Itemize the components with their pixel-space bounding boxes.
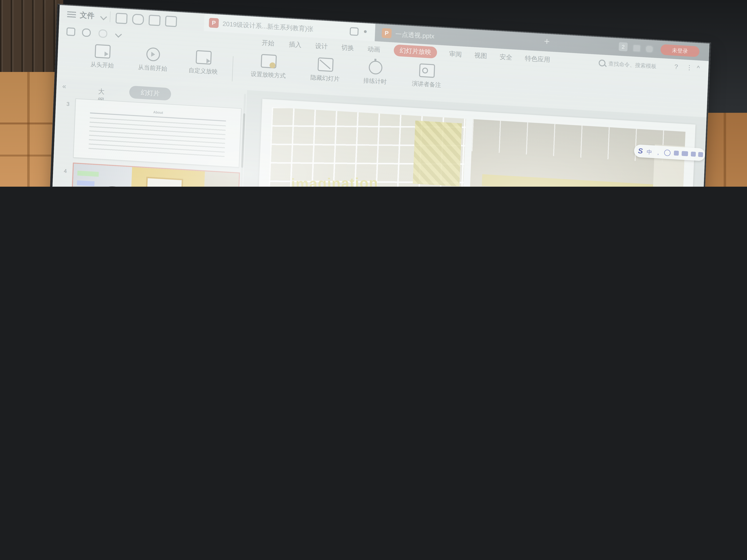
unsaved-dot: ●	[363, 27, 367, 35]
thumb-text-lines	[88, 117, 226, 158]
ime-chinese-mode[interactable]: 中	[646, 149, 652, 156]
ime-mic-icon[interactable]	[674, 151, 679, 156]
imagination-wall-text: imagination	[291, 175, 379, 187]
chevron-down-icon[interactable]	[100, 14, 107, 20]
presenter-notes-button[interactable]: 演讲者备注	[399, 62, 455, 90]
slide-thumbnail-4[interactable]	[70, 162, 240, 187]
output-icon[interactable]	[132, 14, 144, 25]
tab-slides-active[interactable]: 幻灯片	[129, 85, 171, 101]
save-icon[interactable]	[115, 13, 128, 24]
help-button[interactable]: ?	[674, 63, 678, 70]
search-icon[interactable]	[598, 59, 606, 66]
collapse-panel-button[interactable]: «	[62, 82, 66, 90]
settings-icon[interactable]	[645, 45, 654, 53]
left-orange-wall	[0, 72, 59, 187]
slide-arrow-icon	[196, 50, 212, 65]
slide-panel: « 大纲 幻灯片 3 About 4 ☆	[47, 79, 248, 187]
tab-design[interactable]: 设计	[315, 42, 328, 51]
wall-groove	[0, 155, 59, 157]
tab-insert[interactable]: 插入	[289, 40, 302, 50]
minimize-icon[interactable]	[632, 44, 641, 53]
wall-groove	[0, 123, 59, 125]
tab-home[interactable]: 开始	[261, 38, 275, 48]
tab-security[interactable]: 安全	[499, 53, 512, 62]
tab-animation[interactable]: 动画	[367, 45, 380, 54]
slide-thumbnail-3[interactable]: About	[73, 99, 241, 168]
notes-card-icon	[419, 63, 435, 78]
tab-slideshow-active[interactable]: 幻灯片放映	[394, 45, 437, 59]
slide-photo-left: imagination	[264, 107, 466, 187]
slide-number: 4	[64, 168, 67, 174]
document-tab-inactive[interactable]: 一点透视.pptx	[395, 30, 434, 41]
tab-review[interactable]: 审阅	[449, 50, 462, 59]
divider	[110, 11, 111, 22]
search-input[interactable]: 查找命令、搜索模板	[608, 60, 656, 70]
right-orange-wall	[701, 113, 747, 187]
comment-bubble-icon[interactable]	[350, 27, 359, 36]
slide-number: 3	[67, 101, 70, 107]
emoji-icon[interactable]	[664, 150, 671, 156]
circle-play-icon	[146, 47, 160, 61]
setup-show-button[interactable]: 设置放映方式	[240, 53, 297, 81]
wall-groove	[724, 113, 726, 187]
yellow-mezzanine-beam	[482, 174, 657, 187]
document-title: 2019级设计系...新生系列教育)张	[223, 20, 314, 34]
more-menu-icon[interactable]: ⋮	[686, 64, 693, 71]
custom-show-button[interactable]: 自定义放映	[178, 49, 229, 77]
ime-keyboard-icon[interactable]	[681, 151, 688, 156]
file-menu[interactable]: 文件	[80, 10, 95, 21]
print-preview-icon[interactable]	[66, 27, 75, 36]
play-from-current-button[interactable]: 从当前开始	[127, 46, 179, 74]
ime-skin-icon[interactable]	[691, 152, 696, 157]
ime-toolbox-icon[interactable]	[698, 152, 703, 157]
play-from-start-button[interactable]: 从头开始	[77, 43, 128, 71]
hidden-slide-icon	[317, 57, 334, 72]
collapse-ribbon-icon[interactable]: ^	[697, 64, 700, 72]
tab-special-apps[interactable]: 特色应用	[525, 54, 550, 64]
divider	[232, 56, 233, 81]
undo-icon[interactable]	[82, 28, 91, 37]
rehearse-timing-button[interactable]: 排练计时	[351, 59, 400, 87]
lecture-hall-photo: 文件 P 2019级设计系...新生系列教育)张 ● P 一点透视.pptx +…	[0, 0, 747, 187]
tab-transitions[interactable]: 切换	[341, 43, 354, 53]
chevron-down-icon[interactable]	[115, 31, 122, 37]
sogou-logo[interactable]: S	[638, 146, 643, 155]
ime-punctuation[interactable]: ，	[655, 149, 661, 157]
ppt-file-icon: P	[382, 28, 392, 38]
wall-groove	[27, 72, 30, 187]
redo-icon[interactable]	[98, 29, 107, 38]
new-tab-button[interactable]: +	[544, 36, 550, 47]
print-icon[interactable]	[149, 15, 161, 26]
slide-gear-icon	[261, 54, 277, 69]
login-button[interactable]: 未登录	[660, 44, 699, 57]
menu-icon[interactable]	[67, 11, 76, 18]
find-icon[interactable]	[165, 16, 177, 27]
stopwatch-icon	[368, 60, 383, 75]
tab-view[interactable]: 视图	[474, 51, 487, 61]
update-badge[interactable]: 2	[619, 42, 628, 51]
presenter	[62, 186, 175, 187]
ppt-file-icon: P	[209, 18, 219, 28]
monitor-play-icon	[95, 44, 111, 59]
yellow-hazard-stripes	[413, 121, 462, 187]
hide-slide-button[interactable]: 隐藏幻灯片	[298, 56, 353, 84]
